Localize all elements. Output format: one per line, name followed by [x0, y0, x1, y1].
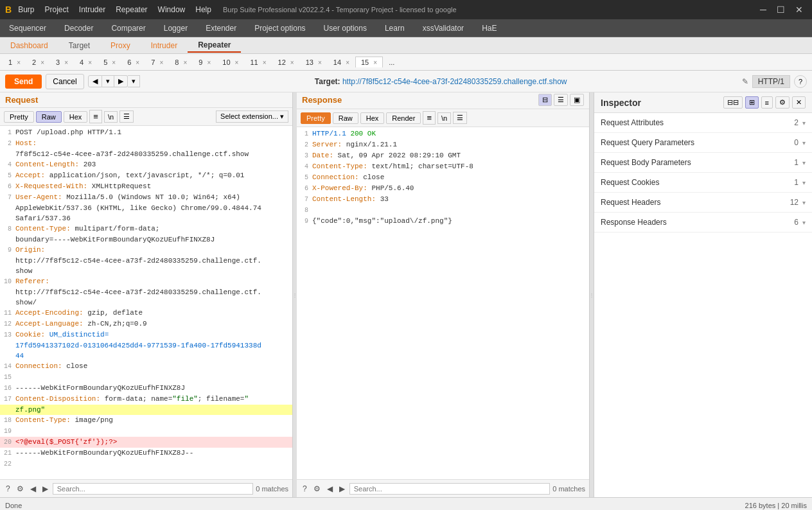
app-menu-help[interactable]: Help [191, 4, 215, 15]
repeater-tab-8[interactable]: 8 × [169, 57, 193, 68]
app-menu-burp[interactable]: Burp [14, 4, 38, 15]
tab-learn[interactable]: Learn [376, 21, 414, 35]
repeater-tab-13[interactable]: 13 × [300, 57, 328, 68]
response-editor-toolbar: Pretty Raw Hex Render ≡ \n ☰ [297, 109, 589, 127]
app-menu-repeater[interactable]: Repeater [112, 4, 151, 15]
tab-sequencer[interactable]: Sequencer [0, 21, 55, 35]
request-search-back[interactable]: ◀ [28, 484, 38, 494]
request-search-forward[interactable]: ▶ [40, 484, 50, 494]
http-version-badge[interactable]: HTTP/1 [752, 75, 790, 88]
request-pretty-btn[interactable]: Pretty [4, 111, 34, 123]
inspector-query-params[interactable]: Request Query Parameters 0 ▾ [594, 133, 812, 153]
subtab-repeater[interactable]: Repeater [188, 39, 241, 53]
response-render-btn[interactable]: Render [386, 112, 421, 124]
response-line-9: 9{"code":0,"msg":"upload\/zf.png"} [297, 216, 589, 227]
response-search-input[interactable] [349, 483, 551, 495]
forward-button[interactable]: ▶ [114, 75, 128, 87]
nav-tabs: Sequencer Decoder Comparer Logger Extend… [0, 19, 812, 37]
repeater-tab-4[interactable]: 4 × [74, 57, 98, 68]
request-line-14: 14Connection: close [0, 361, 292, 372]
request-help-icon[interactable]: ? [4, 484, 12, 494]
request-raw-btn[interactable]: Raw [36, 111, 62, 123]
response-wrap-btn[interactable]: \n [437, 112, 451, 124]
status-text: Done [5, 502, 22, 509]
subtab-target[interactable]: Target [58, 39, 100, 52]
request-line-9a: 9Origin: [0, 245, 292, 256]
burp-logo: B [5, 4, 12, 15]
response-view-btn-3[interactable]: ▣ [570, 94, 584, 106]
edit-target-icon[interactable]: ✎ [742, 77, 748, 86]
app-menu-window[interactable]: Window [154, 4, 190, 15]
repeater-tab-7[interactable]: 7 × [145, 57, 169, 68]
repeater-tab-11[interactable]: 11 × [244, 57, 272, 68]
tab-comparer[interactable]: Comparer [102, 21, 154, 35]
inspector-view-btn-1[interactable]: ⊟⊟ [723, 96, 743, 109]
maximize-button[interactable]: ☐ [773, 3, 789, 16]
tab-project-options[interactable]: Project options [245, 21, 314, 35]
repeater-tab-6[interactable]: 6 × [121, 57, 145, 68]
inspector-cookies[interactable]: Request Cookies 1 ▾ [594, 173, 812, 193]
response-pretty-btn[interactable]: Pretty [301, 112, 331, 124]
tab-decoder[interactable]: Decoder [55, 21, 102, 35]
close-button[interactable]: ✕ [791, 3, 807, 16]
repeater-tab-9[interactable]: 9 × [193, 57, 216, 68]
tab-hae[interactable]: HaE [473, 21, 506, 35]
repeater-tab-2[interactable]: 2 × [26, 57, 50, 68]
app-menu-intruder[interactable]: Intruder [75, 4, 109, 15]
subtab-intruder[interactable]: Intruder [141, 39, 188, 52]
response-view-btn-1[interactable]: ⊟ [538, 94, 552, 106]
back-button[interactable]: ◀ [88, 75, 102, 87]
tab-logger[interactable]: Logger [155, 21, 197, 35]
tab-extender[interactable]: Extender [197, 21, 245, 35]
request-line-7b: AppleWebKit/537.36 (KHTML, like Gecko) C… [0, 203, 292, 213]
minimize-button[interactable]: ─ [756, 3, 770, 16]
tab-user-options[interactable]: User options [315, 21, 376, 35]
request-search-input[interactable] [53, 483, 254, 495]
response-raw-btn[interactable]: Raw [333, 112, 358, 124]
response-code-area[interactable]: 1HTTP/1.1 200 OK 2Server: nginx/1.21.1 3… [297, 127, 589, 479]
repeater-tab-more[interactable]: ... [383, 57, 400, 68]
inspector-request-attributes[interactable]: Request Attributes 2 ▾ [594, 113, 812, 133]
request-format-btn[interactable]: ≡ [89, 110, 102, 123]
response-format-btn[interactable]: ≡ [423, 111, 436, 125]
inspector-response-headers[interactable]: Response Headers 6 ▾ [594, 213, 812, 233]
inspector-request-headers[interactable]: Request Headers 12 ▾ [594, 193, 812, 213]
request-menu-btn[interactable]: ☰ [119, 110, 134, 123]
repeater-tab-14[interactable]: 14 × [328, 57, 355, 68]
response-view-btn-2[interactable]: ☰ [554, 94, 568, 106]
inspector-settings-btn[interactable]: ⚙ [775, 96, 790, 109]
select-extension-btn[interactable]: Select extension... ▾ [216, 110, 288, 123]
response-settings-icon[interactable]: ⚙ [312, 484, 322, 494]
request-wrap-btn[interactable]: \n [104, 111, 118, 123]
repeater-tab-10[interactable]: 10 × [216, 57, 244, 68]
tab-xssvalidator[interactable]: xssValidator [414, 21, 473, 35]
repeater-tab-1[interactable]: 1 × [3, 57, 26, 68]
repeater-tab-12[interactable]: 12 × [272, 57, 300, 68]
response-hex-btn[interactable]: Hex [360, 112, 385, 124]
cancel-button[interactable]: Cancel [46, 74, 84, 89]
inspector-close-btn[interactable]: ✕ [792, 96, 806, 109]
forward-dropdown-button[interactable]: ▾ [128, 75, 140, 87]
response-search-bar: ? ⚙ ◀ ▶ 0 matches [297, 479, 589, 497]
dropdown-button[interactable]: ▾ [102, 75, 114, 87]
request-search-bar: ? ⚙ ◀ ▶ 0 matches [0, 479, 292, 497]
response-help-icon[interactable]: ? [301, 484, 309, 494]
repeater-tab-15[interactable]: 15 × [355, 57, 383, 67]
repeater-tab-5[interactable]: 5 × [98, 57, 121, 68]
request-code-area[interactable]: 1POST /upload.php HTTP/1.1 2Host: 7f8f5c… [0, 126, 292, 479]
app-menu-project[interactable]: Project [40, 4, 72, 15]
inspector-view-btn-2[interactable]: ⊞ [745, 96, 759, 109]
inspector-body-params[interactable]: Request Body Parameters 1 ▾ [594, 153, 812, 173]
request-settings-icon[interactable]: ⚙ [15, 484, 26, 494]
inspector-filter-btn[interactable]: ≡ [761, 96, 773, 109]
window-controls: ─ ☐ ✕ [756, 3, 807, 16]
send-button[interactable]: Send [5, 75, 42, 89]
request-hex-btn[interactable]: Hex [64, 111, 88, 123]
subtab-dashboard[interactable]: Dashboard [0, 39, 58, 52]
help-button[interactable]: ? [794, 75, 807, 88]
repeater-tab-3[interactable]: 3 × [50, 57, 74, 68]
response-menu-btn[interactable]: ☰ [453, 112, 467, 124]
response-search-forward[interactable]: ▶ [337, 484, 347, 494]
response-search-back[interactable]: ◀ [325, 484, 335, 494]
subtab-proxy[interactable]: Proxy [100, 39, 141, 52]
